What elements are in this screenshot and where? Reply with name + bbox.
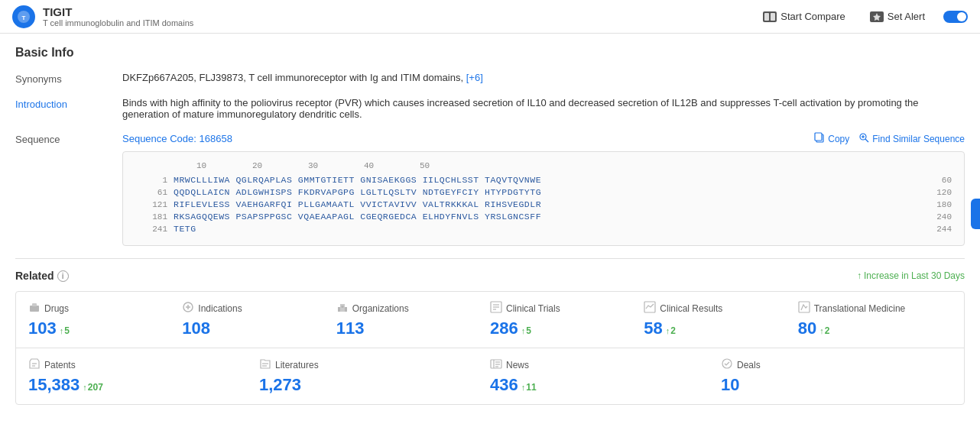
- drugs-up-arrow: ↑: [60, 326, 64, 335]
- toggle-knob: [957, 12, 966, 21]
- drug-icon: [28, 301, 41, 315]
- svg-rect-3: [771, 13, 775, 21]
- svg-point-32: [722, 359, 732, 368]
- sequence-row-5: 241 TETG 244: [135, 224, 952, 234]
- stats-grid-row1: Drugs 103 ↑ 5: [16, 301, 964, 348]
- sequence-actions: Copy Find Similar Sequence: [814, 132, 965, 145]
- sequence-value: Sequence Code: 168658 Copy: [122, 132, 965, 246]
- stats-grid-row2: Patents 15,383 ↑ 207: [16, 348, 964, 404]
- sequence-ruler: 10 20 30 40 50: [135, 161, 952, 170]
- introduction-value: Binds with high affinity to the poliovir…: [122, 97, 965, 120]
- stat-clinical-trials[interactable]: Clinical Trials 286 ↑ 5: [490, 301, 644, 338]
- svg-rect-22: [799, 302, 810, 312]
- svg-rect-5: [815, 133, 822, 141]
- stat-drugs[interactable]: Drugs 103 ↑ 5: [28, 301, 182, 338]
- stat-clinical-results[interactable]: Clinical Results 58 ↑ 2: [644, 301, 797, 338]
- synonyms-label: Synonyms: [15, 72, 122, 85]
- up-arrow-icon: ↑: [857, 270, 862, 281]
- stat-news[interactable]: News 436 ↑ 11: [490, 357, 721, 395]
- header-actions: Start Compare Set Alert: [757, 8, 968, 25]
- sequence-row-3: 121 RIFLEVLESS VAEHGARFQI PLLGAMAATL VVI…: [135, 199, 952, 209]
- org-icon: [336, 301, 349, 315]
- page-title: TIGIT: [43, 5, 757, 18]
- start-compare-button[interactable]: Start Compare: [757, 8, 852, 25]
- results-up-arrow: ↑: [666, 326, 670, 335]
- sequence-label: Sequence: [15, 132, 122, 145]
- patent-icon: [28, 357, 41, 372]
- result-icon: [644, 301, 656, 315]
- alert-toggle[interactable]: [943, 11, 968, 23]
- related-header: Related i ↑ Increase in Last 30 Days: [15, 258, 965, 282]
- set-alert-button[interactable]: Set Alert: [864, 8, 931, 25]
- stat-patents[interactable]: Patents 15,383 ↑ 207: [28, 357, 259, 395]
- related-title: Related i: [15, 270, 69, 282]
- compare-icon: [763, 11, 777, 22]
- sequence-code-link[interactable]: Sequence Code: 168658: [122, 133, 232, 144]
- svg-rect-2: [764, 13, 769, 21]
- sequence-box: 10 20 30 40 50 1 MRWCLLLIWA QGLRQAPLAS G…: [122, 151, 965, 246]
- find-similar-icon: [858, 132, 869, 145]
- synonyms-value: DKFZp667A205, FLJ39873, T cell immunorec…: [122, 72, 965, 83]
- lit-icon: [259, 357, 271, 372]
- stat-organizations[interactable]: Organizations 113: [336, 301, 490, 338]
- news-up-arrow: ↑: [521, 383, 526, 392]
- svg-rect-16: [341, 306, 343, 308]
- sequence-row-1: 1 MRWCLLLIWA QGLRQAPLAS GMMTGTIETT GNISA…: [135, 175, 952, 185]
- stat-deals[interactable]: Deals 10: [721, 357, 952, 395]
- svg-rect-10: [30, 306, 39, 312]
- sequence-row-2: 61 QQDQLLAICN ADLGWHISPS FKDRVAPGPG LGLT…: [135, 187, 952, 197]
- synonyms-more-link[interactable]: [+6]: [466, 72, 483, 83]
- stat-translational-medicine[interactable]: Translational Medicine 80 ↑ 2: [798, 301, 952, 338]
- related-info-icon[interactable]: i: [57, 270, 69, 282]
- header: T TIGIT T cell immunoglobulin and ITIM d…: [0, 0, 980, 34]
- indication-icon: [182, 301, 194, 315]
- trials-up-arrow: ↑: [521, 326, 526, 335]
- find-similar-button[interactable]: Find Similar Sequence: [858, 132, 965, 145]
- alert-icon: [870, 11, 884, 22]
- sequence-row-4: 181 RKSAGQQEWS PSAPSPPGSC VQAEAAPAGL CGE…: [135, 212, 952, 222]
- copy-button[interactable]: Copy: [814, 132, 849, 145]
- deal-icon: [721, 357, 733, 372]
- copy-icon: [814, 132, 825, 145]
- sequence-row: Sequence Sequence Code: 168658: [15, 132, 965, 246]
- trial-icon: [490, 301, 502, 315]
- synonyms-row: Synonyms DKFZp667A205, FLJ39873, T cell …: [15, 72, 965, 85]
- news-icon: [490, 357, 502, 372]
- header-title-group: TIGIT T cell immunoglobulin and ITIM dom…: [43, 5, 757, 27]
- basic-info-title: Basic Info: [15, 46, 965, 60]
- patents-up-arrow: ↑: [83, 383, 87, 392]
- stats-container: Drugs 103 ↑ 5: [15, 291, 965, 405]
- introduction-label: Introduction: [15, 97, 122, 110]
- medicine-icon: [798, 301, 810, 315]
- stat-indications[interactable]: Indications 108: [182, 301, 336, 338]
- page-subtitle: T cell immunoglobulin and ITIM domains: [43, 18, 757, 27]
- main-content: Basic Info Synonyms DKFZp667A205, FLJ398…: [0, 34, 980, 417]
- svg-rect-11: [32, 303, 37, 306]
- increase-label: ↑ Increase in Last 30 Days: [857, 270, 965, 281]
- medicine-up-arrow: ↑: [819, 326, 824, 335]
- svg-line-7: [865, 139, 868, 142]
- stat-literatures[interactable]: Literatures 1,273: [259, 357, 490, 395]
- sequence-header: Sequence Code: 168658 Copy: [122, 132, 965, 145]
- introduction-row: Introduction Binds with high affinity to…: [15, 97, 965, 120]
- app-logo: T: [12, 5, 35, 28]
- svg-text:T: T: [22, 15, 26, 21]
- scroll-indicator[interactable]: [971, 199, 980, 229]
